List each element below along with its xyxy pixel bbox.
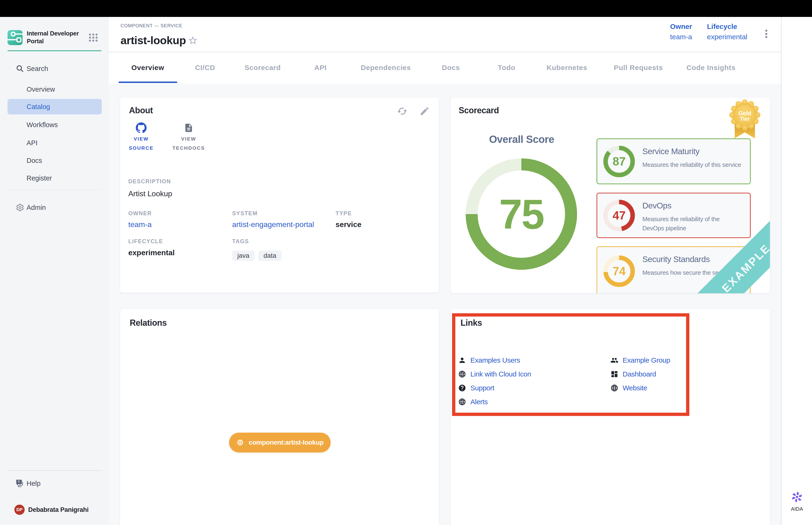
top-black-bar [0, 0, 812, 17]
metric-description: Measures the reliability of the DevOps p… [642, 214, 729, 233]
search-icon [16, 65, 24, 73]
sidebar-item-workflows[interactable]: Workflows [7, 117, 102, 133]
tab-todo[interactable]: Todo [498, 64, 515, 72]
sidebar-item-catalog[interactable]: Catalog [7, 99, 102, 115]
tab-docs[interactable]: Docs [442, 64, 460, 72]
view-techdocs[interactable]: VIEW TECHDOCS [171, 122, 206, 152]
metric-title: Security Standards [642, 255, 710, 264]
edit-pencil-icon[interactable] [419, 106, 430, 116]
description-value: Artist Lookup [128, 190, 172, 198]
sidebar-search[interactable]: Search [0, 62, 109, 75]
view-source-label: VIEW SOURCE [124, 134, 159, 152]
apps-grid-icon[interactable] [89, 34, 98, 42]
document-icon [184, 122, 194, 133]
lifecycle-field-value: experimental [128, 249, 174, 257]
sidebar-admin[interactable]: Admin [0, 201, 109, 214]
aida-label: AIDA [781, 506, 812, 512]
sidebar-item-docs[interactable]: Docs [7, 153, 102, 168]
metric-value: 47 [603, 200, 635, 231]
metric-title: Service Maturity [642, 147, 700, 156]
view-source[interactable]: VIEW SOURCE [124, 122, 159, 152]
type-field-value: service [336, 220, 361, 229]
metric-card-devops[interactable]: 47 DevOps Measures the reliability of th… [597, 193, 751, 238]
favorite-star-icon[interactable] [188, 35, 198, 46]
owner-label: Owner [670, 22, 692, 31]
tag-chip[interactable]: java [232, 251, 255, 261]
breadcrumb: COMPONENT — SERVICE [121, 23, 182, 28]
sidebar-help[interactable]: ? Help [0, 477, 109, 490]
sidebar: Internal Developer Portal Search Overvie… [0, 17, 109, 525]
gold-tier-line2: Tier [729, 116, 761, 122]
tab-scorecard[interactable]: Scorecard [245, 64, 281, 72]
right-rail: AIDA [781, 17, 812, 525]
type-field-label: TYPE [336, 210, 352, 217]
help-chat-icon: ? [16, 479, 25, 488]
highlight-annotation-box [452, 313, 689, 416]
app-title: Internal Developer Portal [27, 30, 83, 45]
tab-overview[interactable]: Overview [131, 64, 164, 72]
lifecycle-value: experimental [707, 33, 747, 41]
metric-value: 87 [603, 146, 635, 177]
main-panel: COMPONENT — SERVICE artist-lookup Owner … [109, 17, 781, 525]
tags-field-label: TAGS [232, 238, 249, 245]
gold-tier-label: Gold Tier [729, 99, 761, 122]
about-card: About VIEW SOURCE VIEW TECHDOCS DESCRIPT… [120, 98, 439, 293]
github-icon [136, 122, 147, 133]
tag-chip[interactable]: data [258, 251, 281, 261]
overall-score-value: 75 [463, 155, 580, 273]
sidebar-item-label: API [27, 139, 37, 147]
tabs-bar: Overview CI/CD Scorecard API Dependencie… [109, 52, 781, 84]
tab-pull-requests[interactable]: Pull Requests [614, 64, 663, 72]
gear-icon [16, 204, 24, 211]
overall-score-label: Overall Score [475, 134, 569, 145]
entity-header: COMPONENT — SERVICE artist-lookup Owner … [109, 17, 781, 52]
sidebar-item-label: Register [27, 174, 52, 182]
tags-chip-list: java data [232, 251, 281, 261]
metric-card-service-maturity[interactable]: 87 Service Maturity Measures the reliabi… [597, 138, 751, 184]
system-field-label: SYSTEM [232, 210, 258, 217]
aida-logo[interactable] [791, 491, 802, 503]
tab-dependencies[interactable]: Dependencies [361, 64, 411, 72]
tab-kubernetes[interactable]: Kubernetes [547, 64, 587, 72]
metric-description: Measures the reliability of this service [642, 160, 770, 169]
system-field-value[interactable]: artist-engagement-portal [232, 220, 314, 229]
content-area: About VIEW SOURCE VIEW TECHDOCS DESCRIPT… [109, 84, 781, 525]
sidebar-accent-rule [7, 50, 102, 51]
metric-value: 74 [603, 255, 635, 287]
sidebar-item-overview[interactable]: Overview [7, 81, 102, 97]
lifecycle-label: Lifecycle [707, 22, 737, 31]
relations-heading: Relations [130, 318, 167, 328]
sidebar-admin-label: Admin [27, 204, 46, 211]
sidebar-search-label: Search [27, 65, 48, 73]
sidebar-item-api[interactable]: API [7, 135, 102, 151]
lifecycle-field-label: LIFECYCLE [128, 238, 163, 245]
relation-node-label: component:artist-lookup [249, 439, 323, 446]
relations-card: Relations component:artist-lookup [120, 309, 439, 525]
sidebar-item-label: Overview [27, 86, 55, 93]
sidebar-bottom-divider [7, 470, 102, 471]
refresh-icon[interactable] [397, 106, 408, 116]
tab-api[interactable]: API [315, 64, 326, 72]
svg-text:?: ? [18, 480, 20, 484]
sidebar-item-register[interactable]: Register [7, 170, 102, 186]
scorecard-card: Scorecard Overall Score 75 87 Service Ma… [451, 98, 770, 293]
owner-field-label: OWNER [128, 210, 152, 217]
app-logo [7, 30, 22, 45]
chip-icon [236, 438, 244, 447]
more-menu-icon[interactable] [763, 30, 769, 38]
tab-code-insights[interactable]: Code Insights [687, 64, 736, 72]
view-techdocs-label: VIEW TECHDOCS [171, 134, 206, 152]
relation-node-component[interactable]: component:artist-lookup [229, 433, 331, 452]
user-name: Debabrata Panigrahi [28, 506, 89, 513]
tab-cicd[interactable]: CI/CD [195, 64, 215, 72]
owner-value[interactable]: team-a [670, 33, 692, 41]
about-heading: About [129, 106, 153, 115]
sidebar-item-label: Catalog [27, 103, 50, 111]
avatar: DP [14, 504, 25, 515]
sidebar-user[interactable]: DP Debabrata Panigrahi [0, 504, 109, 516]
owner-field-value[interactable]: team-a [128, 220, 152, 229]
gold-tier-line1: Gold [729, 110, 761, 116]
sidebar-item-label: Docs [27, 157, 42, 165]
sidebar-help-label: Help [27, 480, 41, 487]
scorecard-heading: Scorecard [459, 106, 499, 115]
